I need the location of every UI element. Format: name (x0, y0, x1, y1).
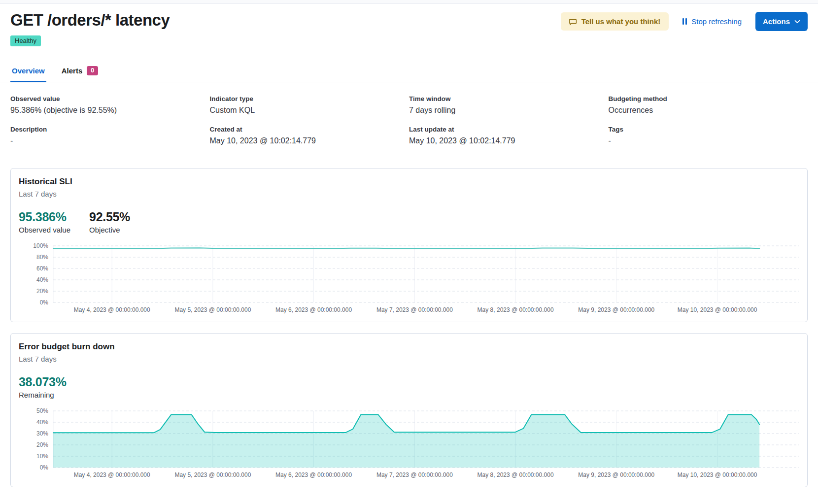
field-label: Created at (210, 126, 409, 133)
objective-stat: 92.55% Objective (89, 210, 130, 234)
field-value: Custom KQL (210, 106, 409, 115)
chevron-down-icon (794, 20, 800, 24)
field-label: Tags (609, 126, 808, 133)
error-budget-stats: 38.073% Remaining (19, 375, 799, 399)
stat-label: Objective (89, 226, 130, 234)
field-value: 95.386% (objective is 92.55%) (10, 106, 210, 115)
error-budget-panel: Error budget burn down Last 7 days 38.07… (10, 333, 808, 487)
svg-text:20%: 20% (36, 288, 48, 295)
historical-sli-panel: Historical SLI Last 7 days 95.386% Obser… (10, 168, 808, 322)
svg-text:60%: 60% (36, 265, 48, 272)
feedback-button-label: Tell us what you think! (581, 17, 661, 26)
svg-text:May 7, 2023 @ 00:00:00.000: May 7, 2023 @ 00:00:00.000 (376, 306, 453, 313)
svg-text:40%: 40% (36, 419, 48, 426)
svg-text:0%: 0% (40, 464, 49, 471)
svg-text:100%: 100% (33, 242, 48, 249)
tab-bar: Overview Alerts 0 (0, 63, 818, 82)
page-header: GET /orders/* latency Healthy Tell us wh… (10, 9, 808, 46)
svg-text:May 6, 2023 @ 00:00:00.000: May 6, 2023 @ 00:00:00.000 (275, 306, 352, 313)
field-value: - (10, 136, 210, 145)
error-budget-chart: 0%10%20%30%40%50%May 4, 2023 @ 00:00:00.… (19, 406, 800, 480)
status-badge: Healthy (10, 35, 41, 46)
panel-title: Error budget burn down (19, 342, 799, 352)
panel-subtitle: Last 7 days (19, 355, 799, 363)
panel-title: Historical SLI (19, 177, 799, 187)
svg-text:80%: 80% (36, 254, 48, 261)
field-tags: Tags - (609, 126, 808, 145)
field-label: Time window (409, 95, 609, 102)
pause-icon (682, 18, 687, 25)
tab-alerts[interactable]: Alerts 0 (60, 63, 100, 82)
svg-text:May 5, 2023 @ 00:00:00.000: May 5, 2023 @ 00:00:00.000 (174, 471, 251, 478)
field-value: 7 days rolling (409, 106, 609, 115)
stop-refreshing-button[interactable]: Stop refreshing (682, 12, 743, 31)
svg-text:50%: 50% (36, 407, 48, 414)
svg-text:May 4, 2023 @ 00:00:00.000: May 4, 2023 @ 00:00:00.000 (74, 471, 150, 478)
field-budgeting-method: Budgeting method Occurrences (609, 95, 808, 115)
svg-text:10%: 10% (36, 453, 48, 460)
field-label: Budgeting method (609, 95, 808, 102)
speech-bubble-icon (569, 18, 577, 26)
svg-text:May 8, 2023 @ 00:00:00.000: May 8, 2023 @ 00:00:00.000 (477, 471, 554, 478)
panel-subtitle: Last 7 days (19, 190, 799, 198)
remaining-stat: 38.073% Remaining (19, 375, 67, 399)
stat-label: Observed value (19, 226, 70, 234)
slo-detail-page: GET /orders/* latency Healthy Tell us wh… (0, 4, 818, 487)
actions-button[interactable]: Actions (755, 12, 808, 31)
historical-sli-chart: 0%20%40%60%80%100%May 4, 2023 @ 00:00:00… (19, 241, 800, 315)
field-observed-value: Observed value 95.386% (objective is 92.… (10, 95, 210, 115)
stat-value: 38.073% (19, 375, 67, 389)
field-last-update-at: Last update at May 10, 2023 @ 10:02:14.7… (409, 126, 609, 145)
svg-text:30%: 30% (36, 430, 48, 437)
svg-text:0%: 0% (40, 299, 49, 306)
feedback-button[interactable]: Tell us what you think! (561, 12, 669, 31)
actions-button-label: Actions (763, 17, 790, 26)
field-created-at: Created at May 10, 2023 @ 10:02:14.779 (210, 126, 409, 145)
page-top-divider (0, 0, 818, 4)
svg-text:40%: 40% (36, 276, 48, 283)
stat-label: Remaining (19, 391, 67, 399)
field-label: Indicator type (210, 95, 409, 102)
page-title: GET /orders/* latency (10, 11, 170, 30)
svg-text:May 10, 2023 @ 00:00:00.000: May 10, 2023 @ 00:00:00.000 (678, 471, 757, 478)
field-label: Description (10, 126, 210, 133)
stop-refreshing-label: Stop refreshing (691, 17, 742, 26)
svg-text:May 9, 2023 @ 00:00:00.000: May 9, 2023 @ 00:00:00.000 (578, 306, 654, 313)
tab-alerts-label: Alerts (62, 67, 83, 75)
svg-text:May 8, 2023 @ 00:00:00.000: May 8, 2023 @ 00:00:00.000 (477, 306, 554, 313)
svg-text:20%: 20% (36, 441, 48, 448)
svg-text:May 4, 2023 @ 00:00:00.000: May 4, 2023 @ 00:00:00.000 (74, 306, 150, 313)
stat-value: 95.386% (19, 210, 70, 224)
tab-overview-label: Overview (12, 67, 45, 75)
page-header-actions: Tell us what you think! Stop refreshing … (561, 9, 808, 31)
page-header-left: GET /orders/* latency Healthy (10, 9, 170, 46)
field-indicator-type: Indicator type Custom KQL (210, 95, 409, 115)
observed-value-stat: 95.386% Observed value (19, 210, 70, 234)
historical-sli-stats: 95.386% Observed value 92.55% Objective (19, 210, 799, 234)
svg-text:May 10, 2023 @ 00:00:00.000: May 10, 2023 @ 00:00:00.000 (678, 306, 757, 313)
field-description: Description - (10, 126, 210, 145)
field-label: Last update at (409, 126, 609, 133)
svg-text:May 9, 2023 @ 00:00:00.000: May 9, 2023 @ 00:00:00.000 (578, 471, 654, 478)
slo-overview-fields: Observed value 95.386% (objective is 92.… (10, 95, 808, 145)
svg-text:May 7, 2023 @ 00:00:00.000: May 7, 2023 @ 00:00:00.000 (376, 471, 453, 478)
tab-overview[interactable]: Overview (10, 63, 46, 82)
svg-text:May 6, 2023 @ 00:00:00.000: May 6, 2023 @ 00:00:00.000 (275, 471, 352, 478)
field-value: - (609, 136, 808, 145)
field-value: May 10, 2023 @ 10:02:14.779 (210, 136, 409, 145)
stat-value: 92.55% (89, 210, 130, 224)
field-value: Occurrences (609, 106, 808, 115)
alerts-count-badge: 0 (87, 66, 98, 75)
svg-text:May 5, 2023 @ 00:00:00.000: May 5, 2023 @ 00:00:00.000 (174, 306, 251, 313)
field-time-window: Time window 7 days rolling (409, 95, 609, 115)
field-label: Observed value (10, 95, 210, 102)
field-value: May 10, 2023 @ 10:02:14.779 (409, 136, 609, 145)
